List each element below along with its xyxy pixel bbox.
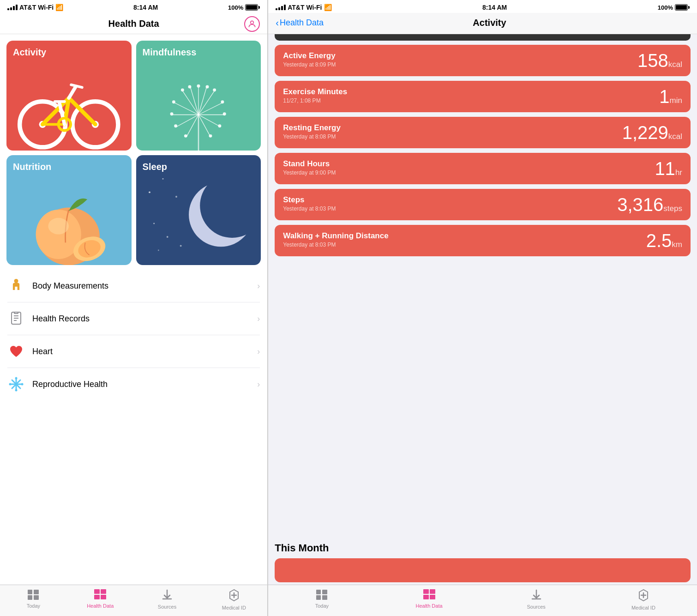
svg-point-35 (221, 100, 224, 103)
svg-line-9 (69, 87, 75, 98)
right-tab-medical-id[interactable]: Medical ID (590, 589, 697, 610)
left-page-title: Health Data (108, 18, 159, 29)
stand-hours-value: 11 (655, 158, 675, 179)
body-measurements-chevron: › (257, 281, 260, 291)
nutrition-tile[interactable]: Nutrition (6, 155, 132, 265)
battery-icon (245, 4, 260, 11)
right-carrier-label: AT&T Wi-Fi (288, 4, 322, 11)
svg-point-65 (15, 377, 18, 380)
health-records-icon (7, 310, 25, 327)
svg-rect-75 (94, 595, 100, 599)
svg-point-37 (218, 124, 221, 127)
sleep-tile[interactable]: Sleep (136, 155, 261, 265)
walking-running-distance-value: 2.5 (646, 230, 672, 251)
back-chevron-icon: ‹ (276, 18, 279, 28)
right-tab-sources[interactable]: Sources (483, 589, 590, 610)
svg-line-17 (174, 103, 198, 115)
right-page-title: Activity (473, 18, 543, 28)
steps-value: 3,316 (617, 194, 663, 215)
right-nav-header: ‹ Health Data Activity (268, 13, 697, 34)
right-tab-health-data[interactable]: Health Data (375, 589, 482, 610)
exercise-minutes-card[interactable]: Exercise Minutes 11/27, 1:08 PM 1min (275, 81, 691, 112)
activity-list: Active Energy Yesterday at 8:09 PM 158kc… (268, 41, 697, 538)
health-records-item[interactable]: Health Records › (7, 302, 260, 335)
exercise-minutes-label: Exercise Minutes (283, 87, 347, 97)
svg-point-55 (14, 279, 18, 283)
svg-point-48 (175, 196, 177, 198)
right-sources-tab-label: Sources (527, 604, 546, 610)
sources-tab-label: Sources (158, 604, 176, 610)
left-tab-sources[interactable]: Sources (134, 589, 201, 610)
svg-rect-72 (34, 595, 39, 600)
right-signal-bars-icon (276, 5, 286, 10)
left-status-bar: AT&T Wi-Fi 📶 8:14 AM 100% (0, 0, 267, 13)
left-tab-health-data[interactable]: Health Data (67, 589, 134, 610)
right-status-carrier: AT&T Wi-Fi 📶 (276, 4, 331, 11)
svg-point-38 (209, 134, 212, 138)
reproductive-health-item[interactable]: Reproductive Health › (7, 368, 260, 400)
left-header: Health Data (0, 13, 267, 34)
left-tab-today[interactable]: Today (0, 589, 67, 610)
svg-rect-85 (423, 595, 429, 599)
svg-rect-74 (101, 589, 106, 594)
svg-rect-71 (28, 595, 32, 600)
stand-hours-card[interactable]: Stand Hours Yesterday at 9:00 PM 11hr (275, 153, 691, 184)
mindfulness-dandelion-art (142, 63, 255, 151)
svg-line-16 (182, 91, 198, 115)
svg-point-31 (170, 112, 173, 115)
health-data-tab-icon (94, 589, 107, 602)
health-records-chevron: › (257, 314, 260, 324)
health-records-label: Health Records (32, 314, 250, 324)
body-measurements-icon (7, 277, 25, 295)
right-battery-percent: 100% (658, 4, 673, 11)
heart-item[interactable]: Heart › (7, 335, 260, 368)
svg-point-66 (15, 389, 18, 392)
left-tab-medical-id[interactable]: Medical ID (200, 589, 267, 610)
stand-hours-unit: hr (675, 168, 682, 177)
svg-point-33 (184, 134, 187, 138)
heart-icon (7, 343, 25, 360)
reproductive-health-chevron: › (257, 380, 260, 389)
nutrition-tile-label: Nutrition (13, 162, 51, 172)
svg-point-36 (223, 112, 226, 115)
svg-point-39 (188, 85, 191, 88)
mindfulness-tile[interactable]: Mindfulness (136, 41, 261, 151)
this-month-card[interactable] (275, 558, 691, 582)
heart-label: Heart (32, 347, 250, 356)
right-health-data-tab-icon (423, 589, 436, 602)
profile-button[interactable] (244, 16, 260, 32)
left-tab-bar: Today Health Data Sources (0, 585, 267, 616)
active-energy-unit: kcal (668, 60, 682, 69)
walking-running-distance-card[interactable]: Walking + Running Distance Yesterday at … (275, 225, 691, 256)
sleep-tile-label: Sleep (143, 162, 167, 172)
mindfulness-tile-label: Mindfulness (143, 47, 197, 58)
carrier-label: AT&T Wi-Fi (19, 4, 54, 11)
top-partial-card (275, 34, 691, 41)
resting-energy-card[interactable]: Resting Energy Yesterday at 8:08 PM 1,22… (275, 117, 691, 148)
svg-point-52 (180, 245, 181, 247)
exercise-minutes-unit: min (670, 96, 682, 105)
right-phone-screen: AT&T Wi-Fi 📶 8:14 AM 100% ‹ Health Data … (268, 0, 697, 616)
active-energy-value-block: 158kcal (637, 51, 682, 70)
steps-label: Steps (283, 195, 336, 205)
svg-line-26 (191, 87, 198, 115)
health-data-tab-label: Health Data (87, 603, 114, 609)
right-tab-bar: Today Health Data Sources (268, 585, 697, 616)
svg-rect-81 (316, 595, 321, 600)
back-button[interactable]: ‹ Health Data (276, 18, 324, 28)
steps-card[interactable]: Steps Yesterday at 8:03 PM 3,316steps (275, 189, 691, 220)
left-status-carrier: AT&T Wi-Fi 📶 (7, 4, 63, 11)
active-energy-card[interactable]: Active Energy Yesterday at 8:09 PM 158kc… (275, 45, 691, 76)
activity-tile-label: Activity (13, 47, 46, 58)
steps-sub: Yesterday at 8:03 PM (283, 205, 336, 212)
body-measurements-item[interactable]: Body Measurements › (7, 270, 260, 302)
stand-hours-label: Stand Hours (283, 159, 336, 169)
right-status-time: 8:14 AM (482, 4, 507, 11)
svg-point-29 (181, 88, 184, 91)
exercise-minutes-sub: 11/27, 1:08 PM (283, 97, 347, 104)
left-status-battery: 100% (228, 4, 260, 11)
steps-unit: steps (663, 204, 682, 213)
activity-tile[interactable]: Activity (6, 41, 132, 151)
battery-percent: 100% (228, 4, 243, 11)
right-tab-today[interactable]: Today (268, 589, 375, 610)
